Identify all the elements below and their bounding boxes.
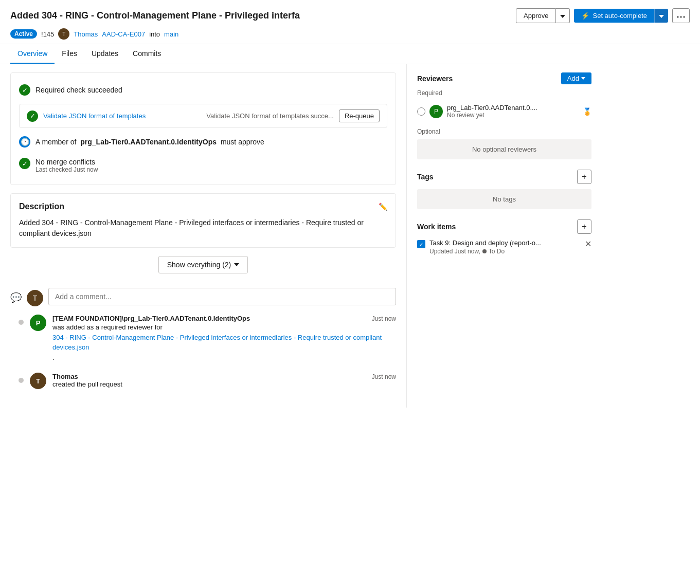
- comment-thread-icon: 💬: [10, 292, 22, 303]
- page-header: Added 304 - RING - Control-Management Pl…: [0, 0, 700, 44]
- timeline-body-1: was added as a required reviewer for 304…: [52, 322, 396, 362]
- work-item-content: Task 9: Design and deploy (report-o... U…: [429, 239, 581, 255]
- approve-dropdown-button[interactable]: [556, 8, 570, 23]
- reviewer-avatar: P: [429, 105, 443, 118]
- main-content: ✓ Required check succeeded ✓ Validate JS…: [0, 64, 406, 408]
- commenter-avatar: T: [27, 290, 43, 306]
- tab-overview[interactable]: Overview: [10, 44, 55, 64]
- timeline-user-1: [TEAM FOUNDATION]\prg_Lab-Tier0.AADTenan…: [52, 315, 250, 322]
- autocomplete-button[interactable]: ⚡ Set auto-complete: [574, 9, 654, 23]
- timeline-content-2: Thomas Just now created the pull request: [52, 373, 396, 389]
- timeline-item-2: T Thomas Just now created the pull reque…: [19, 373, 396, 389]
- edit-description-button[interactable]: ✏️: [379, 203, 387, 211]
- tags-section: Tags + No tags: [417, 170, 591, 209]
- reviewer-badge-icon: 🏅: [583, 107, 591, 116]
- branch-from-link[interactable]: AAD-CA-E007: [102, 30, 145, 38]
- member-approve-text: A member of prg_Lab-Tier0.AADTenant.0.Id…: [35, 138, 387, 146]
- validate-desc: Validate JSON format of templates succe.…: [206, 112, 334, 120]
- add-work-item-button[interactable]: +: [577, 219, 591, 234]
- timeline-link-1[interactable]: 304 - RING - Control-Management Plane - …: [52, 334, 382, 352]
- validate-success-icon: ✓: [27, 111, 38, 122]
- description-title: Description: [19, 202, 64, 211]
- header-meta: Active !145 T Thomas AAD-CA-E007 into ma…: [10, 28, 690, 40]
- tab-commits[interactable]: Commits: [125, 44, 168, 64]
- work-item-checkbox: ✓: [417, 240, 425, 248]
- header-top: Added 304 - RING - Control-Management Pl…: [10, 8, 690, 23]
- timeline-avatar-1: P: [30, 315, 46, 331]
- requeue-button[interactable]: Re-queue: [339, 109, 380, 122]
- branch-to-link[interactable]: main: [164, 30, 178, 38]
- svg-point-2: [684, 16, 685, 18]
- comment-input[interactable]: [48, 288, 396, 305]
- show-everything-button[interactable]: Show everything (2): [158, 256, 248, 273]
- tags-header: Tags +: [417, 170, 591, 184]
- timeline-item: P [TEAM FOUNDATION]\prg_Lab-Tier0.AADTen…: [19, 315, 396, 362]
- todo-dot: [482, 249, 487, 253]
- work-item-title[interactable]: Task 9: Design and deploy (report-o...: [429, 239, 581, 247]
- reviewers-header: Reviewers Add: [417, 72, 591, 84]
- merge-label: No merge conflicts: [35, 158, 98, 166]
- timeline-avatar-2: T: [30, 373, 46, 389]
- sidebar: Reviewers Add Required P prg_Lab-Tier0.A…: [406, 64, 602, 408]
- timeline-dot: [19, 320, 24, 325]
- validate-name[interactable]: Validate JSON format of templates: [43, 112, 201, 120]
- checks-card: ✓ Required check succeeded ✓ Validate JS…: [10, 72, 396, 185]
- work-item-meta: Updated Just now, To Do: [429, 248, 581, 255]
- autocomplete-dropdown-button[interactable]: [654, 9, 668, 23]
- timeline-body-2: created the pull request: [52, 380, 396, 388]
- reviewers-section: Reviewers Add Required P prg_Lab-Tier0.A…: [417, 72, 591, 159]
- main-layout: ✓ Required check succeeded ✓ Validate JS…: [0, 64, 700, 408]
- svg-point-0: [677, 16, 679, 18]
- status-badge: Active: [10, 29, 37, 39]
- clock-icon: 🕐: [19, 136, 30, 148]
- svg-point-1: [680, 16, 682, 18]
- work-items-header: Work items +: [417, 219, 591, 234]
- reviewers-title: Reviewers: [417, 75, 453, 83]
- merge-conflicts-item: ✓ No merge conflicts Last checked Just n…: [19, 155, 387, 176]
- description-text: Added 304 - RING - Control-Management Pl…: [19, 217, 387, 239]
- remove-work-item-button[interactable]: ✕: [585, 239, 591, 249]
- reviewer-item: P prg_Lab-Tier0.AADTenant.0.... No revie…: [417, 101, 591, 122]
- description-card: Description ✏️ Added 304 - RING - Contro…: [10, 193, 396, 248]
- show-everything-wrapper: Show everything (2): [10, 256, 396, 282]
- add-tag-button[interactable]: +: [577, 170, 591, 184]
- work-item: ✓ Task 9: Design and deploy (report-o...…: [417, 239, 591, 255]
- timeline-time-2: Just now: [372, 373, 396, 380]
- timeline-dot-2: [19, 378, 24, 383]
- add-reviewer-button[interactable]: Add: [561, 72, 591, 84]
- no-optional-reviewers: No optional reviewers: [417, 139, 591, 159]
- work-items-section: Work items + ✓ Task 9: Design and deploy…: [417, 219, 591, 255]
- into-text: into: [149, 30, 160, 38]
- no-tags: No tags: [417, 189, 591, 209]
- reviewer-radio[interactable]: [417, 107, 425, 116]
- comment-section: 💬 T P [TEAM FOUNDATION]\prg_Lab-Tier0.AA…: [10, 288, 396, 389]
- tab-updates[interactable]: Updates: [84, 44, 125, 64]
- group-name: prg_Lab-Tier0.AADTenant.0.IdentityOps: [80, 138, 217, 146]
- header-actions: Approve ⚡ Set auto-complete: [516, 8, 690, 23]
- comment-input-row: 💬 T: [10, 288, 396, 306]
- timeline-time-1: Just now: [372, 315, 396, 322]
- merge-sub: Last checked Just now: [35, 166, 98, 173]
- merge-success-icon: ✓: [19, 158, 30, 169]
- approve-button[interactable]: Approve: [516, 8, 556, 23]
- tab-files[interactable]: Files: [55, 44, 84, 64]
- description-header: Description ✏️: [19, 202, 387, 211]
- required-check-item: ✓ Required check succeeded: [19, 81, 387, 99]
- optional-label: Optional: [417, 128, 591, 135]
- timeline-content-1: [TEAM FOUNDATION]\prg_Lab-Tier0.AADTenan…: [52, 315, 396, 362]
- more-options-button[interactable]: [672, 8, 690, 23]
- reviewer-name: prg_Lab-Tier0.AADTenant.0....: [447, 104, 579, 112]
- required-check-text: Required check succeeded: [35, 86, 387, 94]
- validate-row: ✓ Validate JSON format of templates Vali…: [19, 104, 387, 128]
- lightning-icon: ⚡: [581, 12, 589, 20]
- required-label: Required: [417, 89, 591, 97]
- member-approve-item: 🕐 A member of prg_Lab-Tier0.AADTenant.0.…: [19, 133, 387, 151]
- tags-title: Tags: [417, 173, 434, 181]
- pr-number: !145: [41, 30, 54, 38]
- author-link[interactable]: Thomas: [74, 30, 98, 38]
- work-items-title: Work items: [417, 223, 456, 231]
- page-title: Added 304 - RING - Control-Management Pl…: [10, 10, 508, 21]
- merge-content: No merge conflicts Last checked Just now: [35, 158, 98, 173]
- timeline: P [TEAM FOUNDATION]\prg_Lab-Tier0.AADTen…: [10, 315, 396, 389]
- author-avatar: T: [58, 28, 69, 40]
